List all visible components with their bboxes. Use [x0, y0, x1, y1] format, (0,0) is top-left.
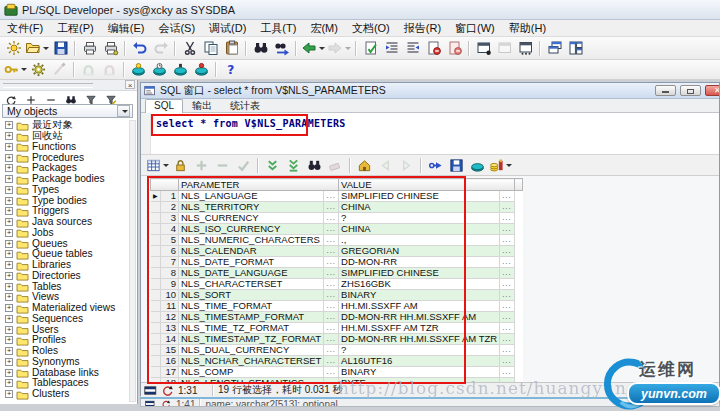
cell-edit-button[interactable]: ...	[500, 268, 515, 279]
table-row[interactable]: 14NLS_TIMESTAMP_TZ_FORMAT...DD-MON-RR HH…	[151, 334, 523, 345]
cell-edit-button[interactable]: ...	[500, 257, 515, 268]
table-row[interactable]: 5NLS_NUMERIC_CHARACTERS....,...	[151, 235, 523, 246]
tree-item[interactable]: +Tables	[0, 281, 128, 292]
expand-icon[interactable]: +	[5, 326, 13, 334]
insert-record-button[interactable]	[191, 156, 212, 175]
expand-icon[interactable]: +	[5, 229, 13, 237]
outdent-button[interactable]	[402, 39, 423, 58]
row-number-cell[interactable]: 6	[161, 246, 179, 257]
value-cell[interactable]: HH.MI.SSXFF AM TZR	[339, 323, 500, 334]
undo-button[interactable]	[129, 39, 150, 58]
delete-record-button[interactable]	[212, 156, 233, 175]
window-list-button[interactable]	[515, 39, 536, 58]
menu-item[interactable]: 宏(M)	[303, 20, 345, 37]
clear-grid-button[interactable]	[325, 156, 346, 175]
expand-icon[interactable]: +	[5, 293, 13, 301]
tab-SQL[interactable]: SQL	[145, 99, 183, 113]
expand-icon[interactable]: +	[5, 186, 13, 194]
parameter-cell[interactable]: NLS_LANGUAGE	[179, 191, 324, 202]
panel-header[interactable]: ×	[0, 80, 137, 91]
table-row[interactable]: 7NLS_DATE_FORMAT...DD-MON-RR...	[151, 257, 523, 268]
cell-edit-button[interactable]: ...	[324, 224, 339, 235]
table-row[interactable]: 9NLS_CHARACTERSET...ZHS16GBK...	[151, 279, 523, 290]
cell-edit-button[interactable]: ...	[500, 191, 515, 202]
tree-item[interactable]: +Sequences	[0, 314, 128, 325]
cell-edit-button[interactable]: ...	[500, 301, 515, 312]
tree-item[interactable]: +Package bodies	[0, 174, 128, 185]
table-row[interactable]: 17NLS_COMP...BINARY...	[151, 367, 523, 378]
cell-edit-button[interactable]: ...	[500, 367, 515, 378]
parameter-cell[interactable]: NLS_NUMERIC_CHARACTERS	[179, 235, 324, 246]
parameter-cell[interactable]: NLS_TIMESTAMP_TZ_FORMAT	[179, 334, 324, 345]
value-cell[interactable]: BINARY	[339, 290, 500, 301]
expand-icon[interactable]: +	[5, 240, 13, 248]
tree-item[interactable]: +Roles	[0, 346, 128, 357]
tree-item[interactable]: +Jobs	[0, 228, 128, 239]
single-record-view-button[interactable]	[354, 156, 375, 175]
parameter-cell[interactable]: NLS_ISO_CURRENCY	[179, 224, 324, 235]
print-setup-button[interactable]	[100, 39, 121, 58]
cell-edit-button[interactable]: ...	[324, 345, 339, 356]
fetch-next-page-button[interactable]	[262, 156, 283, 175]
menu-item[interactable]: 调试(D)	[202, 20, 253, 37]
cell-edit-button[interactable]: ...	[324, 246, 339, 257]
fetch-last-page-button[interactable]	[283, 156, 304, 175]
cell-edit-button[interactable]: ...	[324, 257, 339, 268]
expand-icon[interactable]: +	[5, 358, 13, 366]
object-filter-select[interactable]: My objects	[2, 104, 133, 118]
tab-统计表[interactable]: 统计表	[221, 99, 269, 112]
expand-icon[interactable]: +	[5, 143, 13, 151]
lock-record-button[interactable]	[170, 156, 191, 175]
tree-item[interactable]: +Java sources	[0, 217, 128, 228]
row-number-cell[interactable]: 7	[161, 257, 179, 268]
session-kill-button[interactable]	[170, 60, 191, 79]
next-record-button[interactable]	[396, 156, 417, 175]
cell-edit-button[interactable]: ...	[500, 334, 515, 345]
edit-data-button[interactable]	[49, 60, 70, 79]
save-button[interactable]	[50, 39, 71, 58]
cascade-windows-button[interactable]	[544, 39, 565, 58]
nav-forward-button[interactable]	[326, 39, 352, 58]
row-number-cell[interactable]: 9	[161, 279, 179, 290]
value-cell[interactable]: DD-MON-RR	[339, 257, 500, 268]
expand-icon[interactable]: +	[5, 197, 13, 205]
cell-edit-button[interactable]: ...	[324, 312, 339, 323]
find-next-button[interactable]	[271, 39, 292, 58]
sql-window-title-bar[interactable]: SQL 窗口 - select * from V$NLS_PARAMETERS …	[141, 83, 719, 99]
log-on-button[interactable]	[3, 60, 28, 79]
expand-icon[interactable]: +	[5, 304, 13, 312]
close-button[interactable]: ✕	[705, 85, 719, 96]
commit-button[interactable]	[78, 60, 99, 79]
row-number-cell[interactable]: 8	[161, 268, 179, 279]
tile-windows-button[interactable]	[565, 39, 586, 58]
parameter-cell[interactable]: NLS_TERRITORY	[179, 202, 324, 213]
tree-item[interactable]: +Type bodies	[0, 195, 128, 206]
tree-item[interactable]: +Types	[0, 185, 128, 196]
parameter-cell[interactable]: NLS_DATE_FORMAT	[179, 257, 324, 268]
table-row[interactable]: 16NLS_NCHAR_CHARACTERSET...AL16UTF16...	[151, 356, 523, 367]
row-number-cell[interactable]: 5	[161, 235, 179, 246]
cell-edit-button[interactable]: ...	[500, 235, 515, 246]
parameter-cell[interactable]: NLS_SORT	[179, 290, 324, 301]
paste-button[interactable]	[221, 39, 242, 58]
execute-script-button[interactable]	[360, 39, 381, 58]
cell-edit-button[interactable]: ...	[500, 213, 515, 224]
open-file-button[interactable]	[24, 39, 50, 58]
cell-edit-button[interactable]: ...	[324, 268, 339, 279]
cell-edit-button[interactable]: ...	[324, 323, 339, 334]
cell-edit-button[interactable]: ...	[324, 367, 339, 378]
expand-icon[interactable]: +	[5, 379, 13, 387]
panel-close-button[interactable]: ×	[125, 80, 135, 89]
post-changes-button[interactable]	[233, 156, 254, 175]
row-number-cell[interactable]: 3	[161, 213, 179, 224]
expand-icon[interactable]: +	[5, 207, 13, 215]
tree-item[interactable]: +Synonyms	[0, 357, 128, 368]
parameter-cell[interactable]: NLS_CHARACTERSET	[179, 279, 324, 290]
table-row[interactable]: 11NLS_TIME_FORMAT...HH.MI.SSXFF AM...	[151, 301, 523, 312]
parameter-cell[interactable]: NLS_CALENDAR	[179, 246, 324, 257]
export-results-button[interactable]	[488, 156, 513, 175]
row-number-cell[interactable]: 1	[161, 191, 179, 202]
value-cell[interactable]: CHINA	[339, 224, 500, 235]
find-button[interactable]	[250, 39, 271, 58]
tree-item[interactable]: +Directories	[0, 271, 128, 282]
